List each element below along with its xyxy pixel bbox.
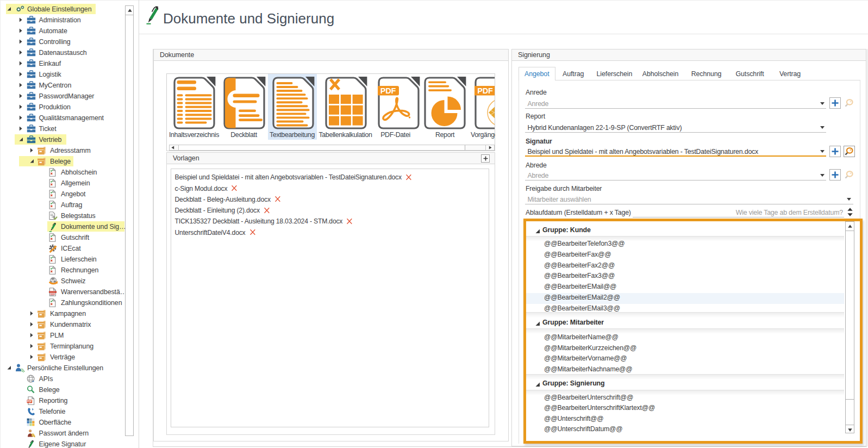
svg-text:PDF: PDF xyxy=(477,86,493,95)
svg-text:PDF: PDF xyxy=(380,86,396,95)
